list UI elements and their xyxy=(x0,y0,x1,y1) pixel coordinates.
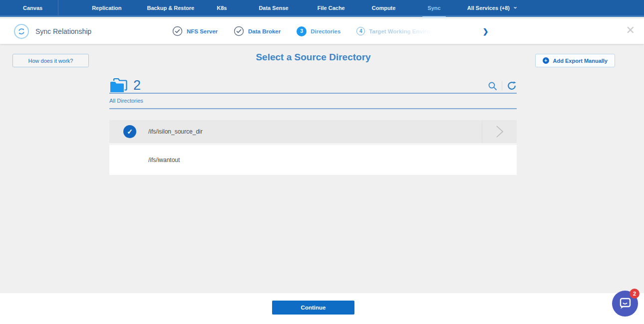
step-number-badge: 3 xyxy=(297,26,307,36)
nav-item-compute[interactable]: Compute xyxy=(372,0,396,16)
step-label: Target Working Environm xyxy=(369,28,439,34)
check-circle-icon xyxy=(172,26,183,36)
add-export-label: Add Export Manually xyxy=(553,58,608,64)
nav-item-label: All Services (+8) xyxy=(467,5,510,11)
nav-item-replication[interactable]: Replication xyxy=(92,0,121,16)
step-directories: 3 Directories xyxy=(297,26,340,36)
list-header: All Directories xyxy=(109,98,517,109)
step-label: Data Broker xyxy=(248,28,281,34)
step-target-working-environment: 4 Target Working Environm xyxy=(356,27,439,35)
check-glyph: ✓ xyxy=(127,128,133,136)
nav-item-backup-restore[interactable]: Backup & Restore xyxy=(147,0,194,16)
directory-count: 2 xyxy=(133,78,141,93)
chevron-down-icon: ⌄ xyxy=(513,3,518,10)
close-icon[interactable]: ✕ xyxy=(626,25,635,36)
nav-item-data-sense[interactable]: Data Sense xyxy=(259,0,288,16)
continue-button[interactable]: Continue xyxy=(272,301,354,315)
app-window: Canvas Replication Backup & Restore K8s … xyxy=(0,0,644,324)
wizard-title-group: Sync Relationship xyxy=(14,18,91,44)
step-number-badge: 4 xyxy=(356,27,365,35)
page-title: Select a Source Directory xyxy=(0,52,627,63)
wizard-title: Sync Relationship xyxy=(35,27,91,35)
nav-item-all-services[interactable]: All Services (+8) ⌄ xyxy=(467,0,518,16)
toolbar-divider xyxy=(502,81,502,90)
chat-bubble-icon xyxy=(618,297,632,311)
chat-unread-badge: 2 xyxy=(630,289,640,299)
step-label: NFS Server xyxy=(187,28,218,34)
nav-item-file-cache[interactable]: File Cache xyxy=(318,0,345,16)
nav-item-k8s[interactable]: K8s xyxy=(217,0,227,16)
footer-bar: Continue xyxy=(0,293,644,324)
check-circle-icon xyxy=(234,26,244,36)
directory-list: ✓ /ifs/isilon_source_dir /ifs/iwantout xyxy=(109,120,517,175)
directory-panel: 2 All Directories xyxy=(109,75,517,175)
folder-icon xyxy=(109,77,128,93)
chat-launcher-button[interactable]: 2 xyxy=(612,291,638,317)
nav-item-sync[interactable]: Sync xyxy=(427,0,440,16)
wizard-header: Sync Relationship NFS Server xyxy=(0,18,644,44)
directory-path: /ifs/isilon_source_dir xyxy=(148,128,203,135)
step-data-broker[interactable]: Data Broker xyxy=(234,26,281,36)
wizard-steps: NFS Server Data Broker 3 Directories 4 T… xyxy=(172,18,489,44)
plus-icon: + xyxy=(543,57,549,64)
step-nfs-server[interactable]: NFS Server xyxy=(172,26,218,36)
directory-row-selected[interactable]: ✓ /ifs/isilon_source_dir xyxy=(109,120,517,145)
nav-item-canvas[interactable]: Canvas xyxy=(23,0,42,16)
expand-directory-button[interactable] xyxy=(482,120,517,143)
add-export-manually-button[interactable]: + Add Export Manually xyxy=(535,54,615,67)
refresh-icon[interactable] xyxy=(507,81,517,91)
nav-divider xyxy=(58,0,58,16)
sync-relationship-icon xyxy=(14,24,29,39)
directory-count-bar: 2 xyxy=(109,75,517,94)
search-icon[interactable] xyxy=(488,81,497,91)
selected-check-icon[interactable]: ✓ xyxy=(123,125,136,138)
directory-path: /ifs/iwantout xyxy=(148,157,180,163)
top-nav: Canvas Replication Backup & Restore K8s … xyxy=(0,0,644,17)
steps-next-chevron-icon[interactable]: ❯ xyxy=(483,27,489,35)
step-label: Directories xyxy=(311,28,340,34)
directory-row[interactable]: /ifs/iwantout xyxy=(109,145,517,175)
directory-toolbar xyxy=(488,81,517,93)
